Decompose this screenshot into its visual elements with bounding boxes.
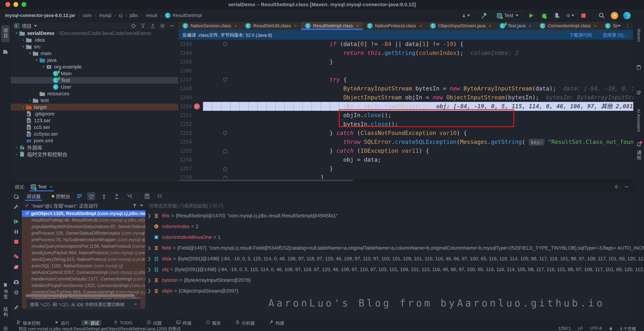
- line-number[interactable]: 1251: [180, 111, 198, 120]
- code-line-1254[interactable]: 1254throw SQLError.createSQLException(Me…: [178, 137, 633, 146]
- variable-row-columnIndexMinusOne[interactable]: vcolumnIndexMinusOne=1: [146, 232, 644, 242]
- breadcrumb-item[interactable]: com: [83, 13, 92, 18]
- code-line-1256[interactable]: 1256obj = data;: [178, 155, 633, 164]
- tree-chevron-icon[interactable]: ›: [28, 98, 32, 103]
- stop-process-icon[interactable]: [14, 239, 19, 244]
- tree-chevron-icon[interactable]: ›: [14, 152, 19, 156]
- debug-session-tab[interactable]: Test ×: [31, 182, 53, 191]
- project-tree-item-java[interactable]: ˅java: [11, 57, 178, 64]
- project-tree-item-Main[interactable]: CMain: [11, 70, 178, 77]
- frames-scrollbar-thumb[interactable]: [26, 294, 135, 297]
- close-tab-icon[interactable]: ×: [234, 23, 237, 29]
- stack-frame[interactable]: preProcess:76, NoSubInterceptorWrapper (…: [22, 236, 146, 243]
- project-view-caret-icon[interactable]: [34, 25, 37, 27]
- bottom-tab-play[interactable]: 运行: [52, 320, 72, 326]
- run-button[interactable]: [527, 12, 535, 20]
- watch-input-row[interactable]: 对表达式求值(⏎)或添加监视(⇧⌘⏎) +: [146, 201, 644, 210]
- editor-tab[interactable]: CObjectInputStream.java×: [426, 22, 496, 30]
- close-hint-icon[interactable]: ×: [134, 301, 137, 307]
- line-number[interactable]: 1258: [180, 173, 198, 179]
- line-number[interactable]: 1257: [180, 164, 198, 173]
- tool-window-button-structure[interactable]: 结构: [2, 307, 9, 318]
- download-sources-link[interactable]: 下载源代码: [569, 32, 592, 38]
- variable-row-this[interactable]: ❯this={ResultSetImpl@1470}"com.mysql.cj.…: [146, 210, 644, 221]
- stack-frame[interactable]: execSQL:1182, NativeSession (com.mysql.c…: [22, 263, 146, 269]
- close-session-icon[interactable]: ×: [50, 184, 52, 189]
- code-line-1248[interactable]: 1248ByteArrayInputStream bytesIn = new B…: [178, 84, 633, 93]
- stack-frame[interactable]: setAutoCommit:2057, ConnectionImpl (com.…: [22, 269, 146, 276]
- project-tree-item-node[interactable]: ›外部库: [11, 144, 178, 151]
- tab-options-kebab-icon[interactable]: ⋮: [625, 23, 630, 29]
- code-line-1243[interactable]: 1243if (data[0] != -84 || data[1] != -19…: [178, 40, 633, 49]
- variable-chevron-icon[interactable]: ❯: [146, 267, 153, 272]
- status-grid-icon[interactable]: [3, 326, 8, 331]
- stack-frame[interactable]: handleAutoCommitDefaults:1377, Connectio…: [22, 276, 146, 282]
- project-panel-title[interactable]: 项目: [22, 22, 32, 29]
- close-tab-icon[interactable]: ×: [420, 23, 422, 29]
- code-line-1247[interactable]: 1247try {: [178, 75, 633, 84]
- project-tree-item-orgexample[interactable]: ˅org.example: [11, 64, 178, 70]
- close-tab-icon[interactable]: ×: [294, 23, 297, 29]
- breadcrumb-item[interactable]: result: [146, 13, 157, 18]
- variable-chevron-icon[interactable]: ❯: [146, 288, 153, 293]
- breadcrumb-item[interactable]: mysql: [99, 13, 111, 18]
- editor-tab[interactable]: CResultSetImpl.class×: [301, 22, 363, 30]
- tree-chevron-icon[interactable]: ›: [21, 38, 26, 42]
- ide-gradient-icon[interactable]: [623, 12, 630, 19]
- hidden-tabs-chevron-icon[interactable]: [618, 25, 621, 27]
- commit-tool-icon[interactable]: [2, 49, 8, 55]
- variable-chevron-icon[interactable]: ❯: [146, 245, 153, 251]
- project-tree-item-main[interactable]: ˅main: [11, 50, 178, 57]
- variable-chevron-icon[interactable]: ❯: [146, 278, 153, 283]
- tool-window-button-maven[interactable]: Maven: [634, 23, 644, 38]
- database-tool-icon[interactable]: [634, 65, 644, 70]
- tree-chevron-icon[interactable]: ˅: [34, 58, 39, 63]
- line-number[interactable]: 1256: [180, 155, 198, 164]
- project-tree-item-test[interactable]: ›test: [11, 97, 178, 104]
- stop-button[interactable]: [580, 12, 588, 20]
- project-tree-item-target[interactable]: ›target: [11, 104, 178, 110]
- profiler-button[interactable]: [566, 12, 574, 20]
- bottom-tab-terminal[interactable]: 终端: [174, 320, 194, 326]
- filter-funnel-icon[interactable]: [132, 203, 137, 208]
- step-into-button[interactable]: [100, 192, 108, 200]
- project-tree-item-serialDemo[interactable]: ˅serialDemo~/Documents/Code/JavaCode/ser…: [11, 30, 178, 37]
- stack-frame[interactable]: resultSetToMap:46, ResultSetUtil (com.my…: [22, 217, 146, 223]
- code-line-1258[interactable]: 1258}: [178, 173, 633, 179]
- search-everywhere-icon[interactable]: [598, 12, 606, 20]
- bottom-tab-profiler[interactable]: 分析器: [233, 320, 257, 326]
- layout-settings-icon[interactable]: [76, 193, 82, 199]
- bottom-tab-build[interactable]: 构建: [267, 320, 286, 326]
- line-number[interactable]: 1249: [180, 93, 198, 102]
- bottom-tab-branch[interactable]: 版本控制: [14, 320, 42, 326]
- bottom-tab-problems[interactable]: 问题: [144, 320, 164, 326]
- breadcrumb-leaf[interactable]: ResultSetImpl: [172, 13, 202, 18]
- code-line-1249[interactable]: 1249ObjectInputStream objIn = new Object…: [178, 93, 633, 102]
- project-tree-item-User[interactable]: CUser: [11, 84, 178, 90]
- editor-tab[interactable]: CConnectionImpl.class×: [536, 22, 601, 30]
- line-number[interactable]: 1253: [180, 129, 198, 137]
- debug-settings-gear-icon[interactable]: [614, 184, 619, 189]
- breadcrumb-item[interactable]: mysql-connector-java-8.0.12.jar: [5, 13, 75, 18]
- user-avatar-icon[interactable]: [462, 12, 470, 20]
- project-tree-item-src[interactable]: ˅src: [11, 43, 178, 50]
- tool-window-button-ai-assistant[interactable]: @ AI Assistant: [634, 90, 644, 123]
- editor-tab[interactable]: CServerStatusDiffInterceptor.class×: [601, 22, 618, 30]
- variable-row-bytesIn[interactable]: ❯bytesIn={ByteArrayInputStream@2078}: [146, 275, 644, 285]
- close-tab-icon[interactable]: ×: [356, 23, 359, 29]
- project-tree-item-gitignore[interactable]: .gitignore: [11, 110, 178, 117]
- editor-horizontal-scrollbar[interactable]: [178, 179, 633, 182]
- gear-icon[interactable]: [160, 23, 165, 29]
- variable-row-data[interactable]: ❯data={byte[2091]@1498}[-84, -19, 0, 5, …: [146, 253, 644, 264]
- line-ending[interactable]: LF: [578, 326, 583, 331]
- tab-console[interactable]: 控制台: [50, 191, 72, 201]
- thread-dump-camera-icon[interactable]: [13, 279, 19, 285]
- line-number[interactable]: 1243: [180, 40, 198, 49]
- collapse-all-icon[interactable]: [150, 23, 156, 29]
- tool-window-button-project[interactable]: 项目: [1, 25, 10, 42]
- mute-breakpoints-icon[interactable]: [13, 264, 19, 270]
- line-number[interactable]: 1254: [180, 137, 198, 146]
- close-tab-icon[interactable]: ×: [594, 23, 597, 29]
- rerun-icon[interactable]: [13, 194, 19, 200]
- indent-setting[interactable]: 4 个空格: [620, 325, 636, 331]
